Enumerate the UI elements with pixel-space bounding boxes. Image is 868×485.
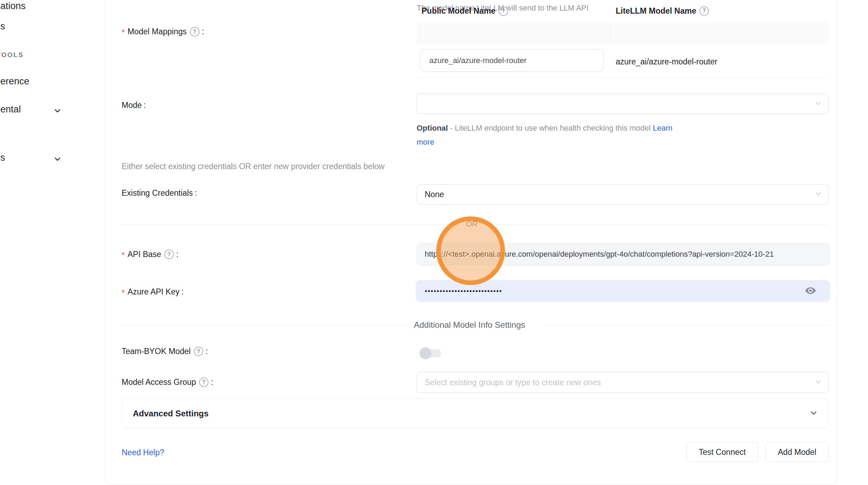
toggle-knob [419, 347, 431, 359]
help-circle-icon[interactable]: ? [190, 27, 199, 36]
help-circle-icon[interactable]: ? [699, 6, 709, 16]
public-model-name-input[interactable]: azure_ai/azure-model-router [420, 49, 604, 72]
eye-icon[interactable] [805, 285, 816, 298]
table-column-divider [610, 25, 610, 40]
mode-label: Mode : [122, 101, 146, 110]
model-mappings-label: * Model Mappings ? : [122, 26, 204, 37]
mode-helper-text: Optional - LiteLLM endpoint to use when … [417, 121, 672, 149]
existing-credentials-label: Existing Credentials : [122, 188, 197, 198]
learn-more-link[interactable]: more [417, 138, 434, 146]
chevron-down-icon [809, 408, 818, 419]
api-base-input[interactable]: https://<test>.openai.azure.com/openai/d… [417, 243, 830, 265]
chevron-down-icon [814, 99, 822, 109]
litellm-model-name-value: azure_ai/azure-model-router [616, 57, 717, 67]
column-header-litellm-model-name: LiteLLM Model Name ? [616, 0, 710, 22]
sidebar-item[interactable]: s [0, 21, 5, 32]
info-divider-line-left [122, 325, 408, 325]
required-asterisk: * [122, 249, 125, 260]
sidebar-item-settings[interactable]: s [0, 153, 5, 163]
test-connect-button[interactable]: Test Connect [686, 442, 758, 462]
advanced-settings-label: Advanced Settings [133, 409, 209, 418]
chevron-down-icon [53, 154, 62, 164]
mode-select[interactable] [417, 94, 829, 114]
chevron-down-icon [814, 190, 822, 199]
help-circle-icon[interactable]: ? [164, 250, 174, 259]
team-byok-label: Team-BYOK Model ? : [122, 347, 208, 356]
advanced-settings-panel[interactable]: Advanced Settings [122, 399, 828, 428]
model-access-group-label: Model Access Group ? : [122, 377, 213, 387]
add-model-screen: ations s TOOLS erence ental s The model … [0, 0, 868, 485]
help-circle-icon[interactable]: ? [194, 347, 203, 356]
info-divider-text: Additional Model Info Settings [414, 320, 525, 330]
column-header-public-model-name: Public Model Name ? [422, 0, 509, 22]
chevron-down-icon [53, 106, 62, 115]
existing-credentials-value: None [425, 185, 444, 204]
masked-api-key: •••••••••••••••••••••••••• [425, 287, 502, 295]
info-divider-line-right [544, 325, 828, 325]
required-asterisk: * [122, 286, 125, 298]
help-circle-icon[interactable]: ? [499, 6, 508, 16]
required-asterisk: * [122, 26, 125, 37]
sidebar-section-tools: TOOLS [0, 51, 24, 59]
sidebar-item-experimental[interactable]: ental [0, 104, 21, 115]
existing-credentials-select[interactable]: None [417, 184, 829, 205]
model-mappings-table-header [417, 22, 829, 43]
or-divider-text: OR [460, 220, 483, 229]
model-access-group-select[interactable]: Select existing groups or type to create… [417, 372, 829, 393]
model-access-group-placeholder: Select existing groups or type to create… [425, 372, 601, 393]
api-base-label: * API Base ? : [122, 249, 178, 260]
add-model-button[interactable]: Add Model [765, 442, 829, 462]
need-help-link[interactable]: Need Help? [122, 448, 164, 457]
team-byok-toggle[interactable] [419, 347, 441, 359]
chevron-down-icon [814, 378, 822, 387]
sidebar-item-organizations[interactable]: ations [0, 1, 26, 12]
azure-api-key-input[interactable]: •••••••••••••••••••••••••• [416, 280, 830, 302]
sidebar-item-reference[interactable]: erence [0, 76, 29, 87]
credentials-note: Either select existing credentials OR en… [122, 162, 384, 171]
help-circle-icon[interactable]: ? [199, 377, 209, 387]
learn-more-link[interactable]: Learn [653, 124, 672, 132]
azure-api-key-label: * Azure API Key : [122, 286, 184, 298]
